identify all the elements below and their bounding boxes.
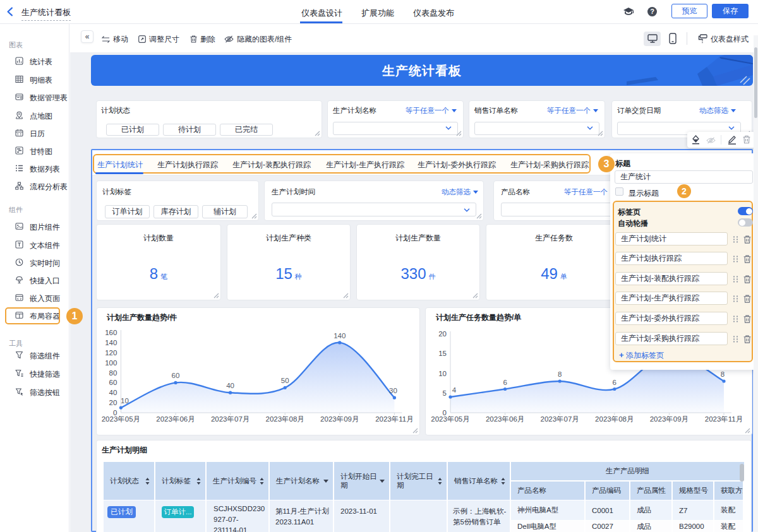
svg-text:5: 5 (443, 389, 447, 397)
svg-text:6: 6 (503, 379, 507, 386)
svg-text:2023年05月: 2023年05月 (431, 415, 469, 423)
svg-text:2023年11月: 2023年11月 (375, 415, 414, 423)
svg-text:40: 40 (109, 389, 117, 396)
svg-text:4: 4 (452, 386, 457, 394)
svg-text:20: 20 (438, 330, 447, 338)
svg-text:8: 8 (721, 370, 725, 378)
svg-text:2023年05月: 2023年05月 (102, 415, 140, 423)
svg-text:40: 40 (226, 382, 234, 389)
svg-text:8: 8 (558, 370, 562, 378)
svg-text:2023年08月: 2023年08月 (595, 415, 634, 423)
svg-text:2023年08月: 2023年08月 (266, 415, 304, 423)
svg-text:140: 140 (105, 339, 117, 346)
svg-text:2023年07月: 2023年07月 (211, 415, 250, 423)
svg-text:160: 160 (105, 329, 117, 336)
svg-text:2023年06月: 2023年06月 (486, 415, 524, 423)
svg-text:50: 50 (281, 377, 289, 384)
svg-text:10: 10 (438, 370, 447, 377)
svg-text:2023年06月: 2023年06月 (156, 415, 195, 423)
svg-text:100: 100 (105, 359, 117, 367)
svg-text:60: 60 (172, 372, 180, 379)
svg-text:20: 20 (109, 399, 117, 406)
svg-text:60: 60 (109, 379, 117, 386)
svg-text:10: 10 (121, 397, 129, 405)
svg-text:15: 15 (438, 350, 447, 357)
svg-text:30: 30 (389, 387, 397, 394)
svg-text:2023年07月: 2023年07月 (541, 415, 579, 423)
svg-text:80: 80 (109, 369, 117, 377)
svg-text:6: 6 (613, 379, 617, 386)
svg-text:120: 120 (105, 349, 117, 357)
svg-text:140: 140 (334, 332, 346, 340)
svg-text:2023年09月: 2023年09月 (320, 415, 359, 423)
svg-text:2023年09月: 2023年09月 (650, 415, 689, 423)
svg-text:2023年11月: 2023年11月 (705, 415, 743, 423)
